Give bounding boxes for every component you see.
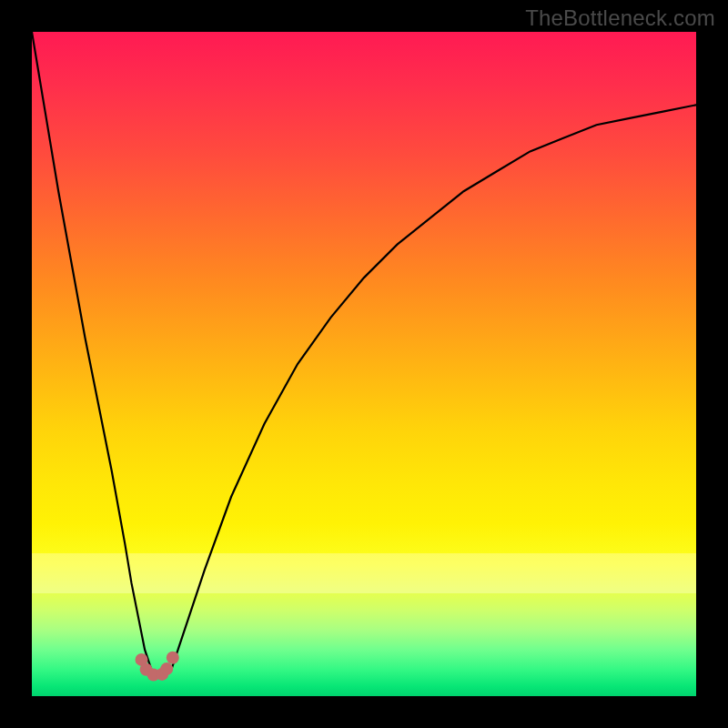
plot-area (32, 32, 696, 696)
marker-dot (160, 662, 173, 675)
bottleneck-curve-path (32, 32, 696, 676)
watermark-label: TheBottleneck.com (525, 5, 715, 31)
chart-svg (32, 32, 696, 696)
marker-dot (167, 652, 179, 664)
chart-frame: TheBottleneck.com (0, 0, 728, 728)
